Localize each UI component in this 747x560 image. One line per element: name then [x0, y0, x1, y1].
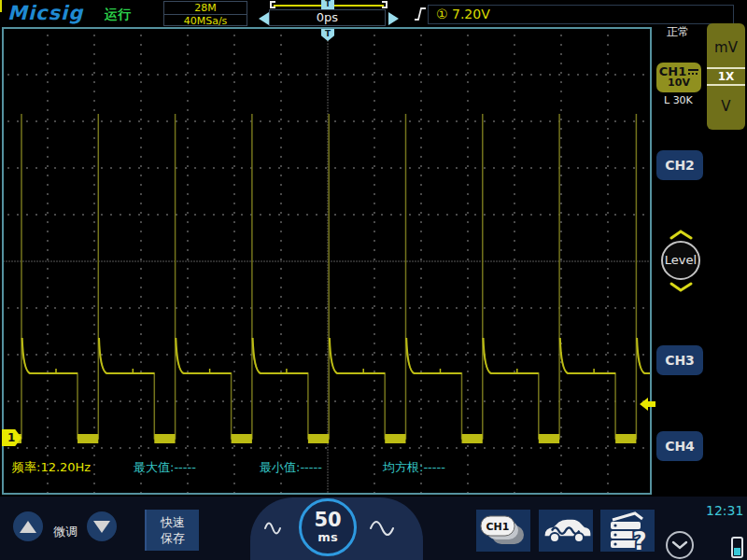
ch3-button[interactable]: CH3 — [656, 345, 703, 375]
oscilloscope-screen: Micsig 运行 28M 40MSa/s T 0ps ① 7.20V T 1 … — [0, 0, 747, 560]
brand-logo: Micsig — [7, 2, 83, 24]
scale-mv-label[interactable]: mV — [707, 23, 745, 67]
acquisition-info-box[interactable]: 28M 40MSa/s — [163, 1, 247, 26]
pan-right-icon[interactable] — [388, 12, 399, 25]
measurement-rms: 均方根:----- — [383, 459, 445, 476]
top-bar: Micsig 运行 28M 40MSa/s T 0ps ① 7.20V — [0, 0, 747, 28]
scale-v-label[interactable]: V — [707, 86, 745, 130]
zoom-in-sine-icon[interactable] — [263, 518, 282, 539]
bottom-bar: 微调 快速 保存 50 ms CH1 — [0, 497, 747, 560]
clock: 12:31 — [706, 503, 743, 518]
up-triangle-icon — [20, 521, 36, 533]
car-icon — [541, 516, 591, 546]
plot-area[interactable] — [2, 27, 652, 495]
svg-text:CH1: CH1 — [486, 521, 510, 533]
quick-save-line2: 保存 — [147, 530, 199, 546]
down-triangle-icon — [93, 521, 110, 533]
level-down-chevron-icon[interactable] — [669, 282, 693, 292]
dc-coupling-icon — [688, 68, 698, 76]
sample-rate: 40MSa/s — [164, 15, 247, 27]
decrease-button[interactable] — [87, 511, 117, 541]
timebase-value: 50 — [302, 509, 354, 531]
storage-question-icon: ? — [606, 511, 649, 551]
quick-save-button[interactable]: 快速 保存 — [145, 510, 199, 551]
zoom-out-sine-icon[interactable] — [369, 518, 395, 539]
increase-button[interactable] — [13, 511, 43, 541]
level-up-chevron-icon[interactable] — [669, 230, 693, 240]
fine-adjust-label: 微调 — [53, 524, 78, 540]
probe-attenuation[interactable]: 1X — [707, 67, 745, 86]
edge-marker — [0, 0, 2, 12]
trigger-slope-icon[interactable] — [414, 7, 428, 22]
level-knob[interactable]: Level — [661, 241, 700, 280]
memory-depth: 28M — [164, 2, 247, 14]
channel-select-button[interactable]: CH1 — [476, 510, 530, 552]
storage-help-button[interactable]: ? — [600, 510, 655, 552]
ch1-scale: 10V — [656, 77, 701, 89]
memory-window-bracket-right — [382, 1, 388, 8]
measurement-frequency: 频率:12.20Hz — [12, 459, 91, 476]
trigger-readout-box[interactable]: ① 7.20V — [428, 5, 734, 24]
collapse-menu-button[interactable] — [666, 531, 694, 559]
timebase-unit: ms — [302, 531, 354, 543]
timebase-knob[interactable]: 50 ms — [299, 498, 357, 556]
pan-left-icon[interactable] — [259, 12, 269, 25]
battery-level — [734, 548, 740, 555]
battery-icon — [731, 537, 743, 558]
memory-trigger-marker[interactable]: T — [321, 0, 334, 9]
horizontal-position-box[interactable]: 0ps — [269, 9, 386, 26]
ch1-button[interactable]: CH1 10V — [656, 63, 701, 92]
measurement-max: 最大值:----- — [134, 459, 196, 476]
chevron-down-icon — [671, 540, 688, 550]
automotive-mode-button[interactable] — [539, 510, 593, 552]
ch4-button[interactable]: CH4 — [656, 431, 703, 461]
run-status[interactable]: 运行 — [105, 7, 131, 23]
measurement-min: 最小值:----- — [260, 459, 322, 476]
trigger-level-arrow-icon[interactable] — [640, 398, 656, 412]
stacked-channels-icon: CH1 — [479, 514, 528, 548]
trigger-mode-label: 正常 — [667, 24, 708, 40]
vertical-scale-control[interactable]: mV 1X V — [707, 23, 745, 130]
quick-save-line1: 快速 — [147, 514, 199, 530]
ch1-impedance: L 30K — [664, 94, 693, 106]
svg-text:?: ? — [632, 527, 646, 551]
ch2-button[interactable]: CH2 — [656, 150, 703, 180]
